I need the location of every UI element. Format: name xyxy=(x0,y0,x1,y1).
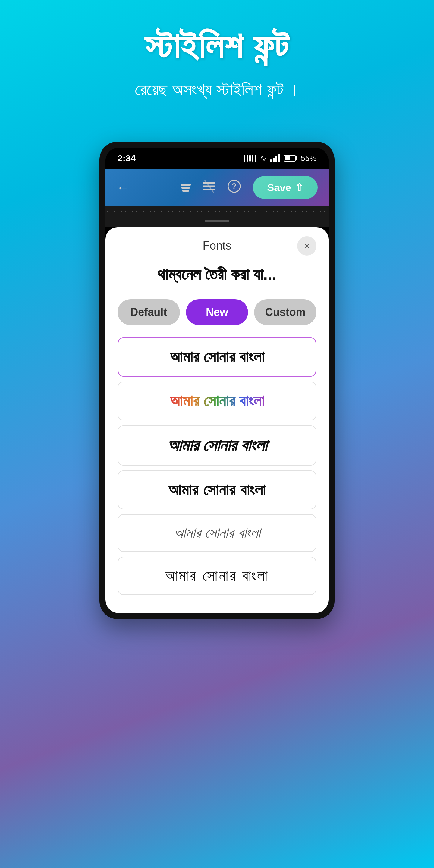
font-item[interactable]: আমার সোনার বাংলা xyxy=(118,337,316,377)
font-item[interactable]: আমার সোনার বাংলা xyxy=(118,514,316,552)
preview-text: থাম্বনেল তৈরী করা যা... xyxy=(118,264,316,285)
help-icon[interactable]: ? xyxy=(227,180,241,195)
font-item[interactable]: আমার সোনার বাংলা xyxy=(118,470,316,509)
tab-row: Default New Custom xyxy=(118,299,316,325)
tab-custom[interactable]: Custom xyxy=(254,299,316,325)
font-text: আমার সোনার বাংলা xyxy=(170,392,265,410)
top-section: স্টাইলিশ ফন্ট রেয়েছ অসংখ্য স্টাইলিশ ফন্… xyxy=(0,0,434,142)
phone-screen: 2:34 ∿ 55% ← xyxy=(105,148,329,613)
subtitle: রেয়েছ অসংখ্য স্টাইলিশ ফন্ট । xyxy=(135,80,299,99)
main-title: স্টাইলিশ ফন্ট xyxy=(146,24,288,67)
sheet-title: Fonts xyxy=(203,239,231,252)
back-button[interactable]: ← xyxy=(116,180,130,195)
status-time: 2:34 xyxy=(118,153,135,163)
bottom-sheet: Fonts × থাম্বনেল তৈরী করা যা... Default … xyxy=(105,227,329,613)
save-button[interactable]: Save ⇧ xyxy=(253,176,318,199)
app-toolbar: ← ? Save ⇧ xyxy=(105,169,329,206)
vibrate-icon xyxy=(244,155,256,161)
hatch-icon[interactable] xyxy=(203,180,216,195)
drag-handle-area xyxy=(105,215,329,227)
font-text: আমার সোনার বাংলা xyxy=(170,348,265,366)
battery-icon xyxy=(284,155,297,161)
drag-handle[interactable] xyxy=(205,220,229,222)
dotted-divider xyxy=(105,206,329,215)
close-button[interactable]: × xyxy=(297,236,316,255)
font-list: আমার সোনার বাংলা আমার সোনার বাংলা আমার স… xyxy=(118,337,316,595)
font-text: আমার সোনার বাংলা xyxy=(168,481,266,499)
signal-icon xyxy=(270,154,280,162)
font-text: আমার সোনার বাংলা xyxy=(167,435,267,456)
font-text: আমার সোনার বাংলা xyxy=(174,524,260,541)
tab-default[interactable]: Default xyxy=(118,299,180,325)
font-text: আমার সোনার বাংলা xyxy=(165,567,269,585)
tab-new[interactable]: New xyxy=(186,299,248,325)
font-item[interactable]: আমার সোনার বাংলা xyxy=(118,557,316,595)
font-item[interactable]: আমার সোনার বাংলা xyxy=(118,425,316,466)
save-icon: ⇧ xyxy=(295,181,303,193)
wifi-icon: ∿ xyxy=(260,154,267,163)
sheet-header: Fonts × xyxy=(118,239,316,252)
save-label: Save xyxy=(267,182,291,193)
phone-frame: 2:34 ∿ 55% ← xyxy=(99,142,335,619)
status-icons: ∿ 55% xyxy=(244,154,316,163)
layers-icon[interactable] xyxy=(181,184,191,192)
status-bar: 2:34 ∿ 55% xyxy=(105,148,329,169)
font-item[interactable]: আমার সোনার বাংলা xyxy=(118,381,316,421)
svg-text:?: ? xyxy=(232,181,237,190)
battery-percent: 55% xyxy=(301,154,316,163)
